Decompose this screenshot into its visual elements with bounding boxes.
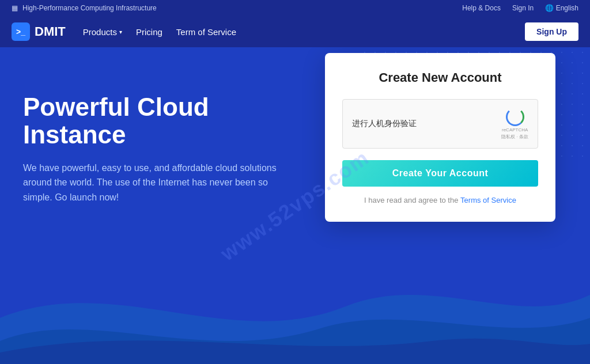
hero-description: We have powerful, easy to use, and affor… xyxy=(23,161,277,205)
recaptcha-icon xyxy=(506,108,524,126)
signup-button[interactable]: Sign Up xyxy=(525,22,578,41)
language-selector[interactable]: 🌐 English xyxy=(545,4,578,12)
help-docs-link[interactable]: Help & Docs xyxy=(462,4,501,12)
top-bar-title: High-Performance Computing Infrastructur… xyxy=(22,4,157,12)
top-bar: ▦ High-Performance Computing Infrastruct… xyxy=(0,0,590,16)
register-card: Create New Account 进行人机身份验证 reCAPTCHA 隐私… xyxy=(325,53,555,222)
recaptcha-text-label: reCAPTCHA xyxy=(502,127,528,132)
captcha-area[interactable]: 进行人机身份验证 reCAPTCHA 隐私权 · 条款 xyxy=(342,99,538,149)
logo-icon: >_ xyxy=(12,22,30,41)
navbar-left: >_ DMIT Products ▾ Pricing Term of Servi… xyxy=(12,22,236,41)
hero-section: Powerful Cloud Instance We have powerful… xyxy=(0,47,590,364)
logo-text: DMIT xyxy=(35,24,66,39)
products-label: Products xyxy=(83,27,117,37)
wave-shape xyxy=(0,260,590,364)
nav-links: Products ▾ Pricing Term of Service xyxy=(83,27,236,37)
recaptcha-badge: reCAPTCHA 隐私权 · 条款 xyxy=(501,108,528,140)
captcha-label: 进行人机身份验证 xyxy=(352,119,417,129)
top-bar-left: ▦ High-Performance Computing Infrastruct… xyxy=(12,4,157,12)
chevron-down-icon: ▾ xyxy=(119,29,122,35)
nav-tos-link[interactable]: Term of Service xyxy=(176,27,236,37)
hero-title: Powerful Cloud Instance xyxy=(23,93,277,149)
server-icon: ▦ xyxy=(12,4,18,12)
recaptcha-privacy-text: 隐私权 · 条款 xyxy=(501,134,528,140)
hero-content: Powerful Cloud Instance We have powerful… xyxy=(23,93,277,205)
terms-line: I have read and agree to the Terms of Se… xyxy=(342,196,538,204)
language-icon: 🌐 xyxy=(545,4,554,12)
terms-of-service-link[interactable]: Terms of Service xyxy=(460,196,516,204)
top-bar-right: Help & Docs Sign In 🌐 English xyxy=(462,4,578,12)
nav-products-link[interactable]: Products ▾ xyxy=(83,27,122,37)
terms-prefix: I have read and agree to the xyxy=(364,196,458,204)
language-label: English xyxy=(556,4,578,12)
nav-pricing-link[interactable]: Pricing xyxy=(136,27,162,37)
navbar: >_ DMIT Products ▾ Pricing Term of Servi… xyxy=(0,16,590,47)
signin-link[interactable]: Sign In xyxy=(512,4,534,12)
register-title: Create New Account xyxy=(342,70,538,85)
create-account-button[interactable]: Create Your Account xyxy=(342,160,538,187)
logo[interactable]: >_ DMIT xyxy=(12,22,66,41)
